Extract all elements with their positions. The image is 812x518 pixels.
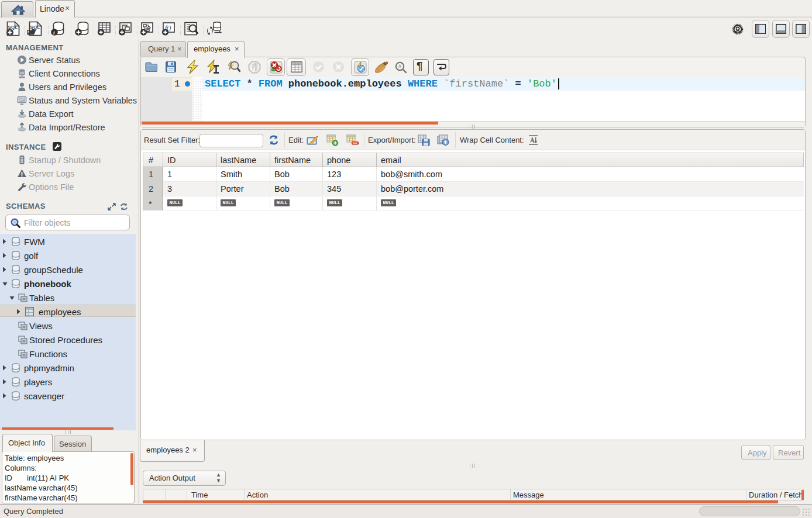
svg-text:SQL: SQL [8, 25, 18, 30]
svg-text:SQL: SQL [30, 25, 40, 30]
